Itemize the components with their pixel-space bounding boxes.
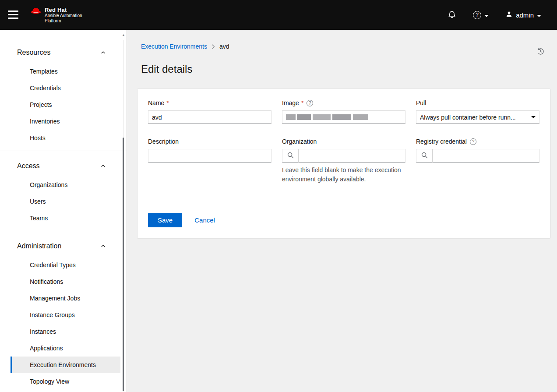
brand-product-line2: Platform <box>45 18 82 24</box>
save-button[interactable]: Save <box>148 213 182 227</box>
sidebar-group-label: Access <box>17 162 40 170</box>
description-input[interactable] <box>148 149 271 162</box>
chevron-up-icon <box>101 49 106 57</box>
history-icon <box>536 50 545 57</box>
caret-down-icon <box>531 116 536 118</box>
main-content: Execution Environments avd <box>127 30 557 392</box>
help-icon: ? <box>473 11 481 19</box>
sidebar-item-inventories[interactable]: Inventories <box>11 113 120 130</box>
user-menu-button[interactable]: admin <box>505 11 541 19</box>
username: admin <box>516 11 534 19</box>
redhat-fedora-icon <box>30 7 42 17</box>
registry-credential-search-button[interactable] <box>416 149 433 162</box>
sidebar-nav: Resources Templates Credentials Projects… <box>0 42 127 392</box>
brand-product-line1: Ansible Automation <box>45 13 82 18</box>
breadcrumb-current: avd <box>219 43 229 50</box>
image-label: Image <box>282 99 299 106</box>
sidebar-item-credentials[interactable]: Credentials <box>11 80 120 96</box>
sidebar-item-projects[interactable]: Projects <box>11 96 120 113</box>
sidebar-item-instance-groups[interactable]: Instance Groups <box>11 307 120 323</box>
scrollbar-thumb[interactable] <box>123 138 124 392</box>
help-menu-button[interactable]: ? <box>473 11 489 19</box>
edit-details-form: Name * Image * ? <box>148 99 539 227</box>
sidebar-item-management-jobs[interactable]: Management Jobs <box>11 290 120 307</box>
brand-logo[interactable]: Red Hat Ansible Automation Platform <box>30 7 82 24</box>
redacted-image-value <box>286 114 372 120</box>
sidebar-group-access[interactable]: Access <box>0 155 127 177</box>
pull-select[interactable]: Always pull container before runn... <box>416 110 539 124</box>
breadcrumb-separator-icon <box>212 44 215 49</box>
sidebar-item-credential-types[interactable]: Credential Types <box>11 257 120 273</box>
sidebar-section-administration: Administration Credential Types Notifica… <box>0 231 127 392</box>
sidebar-section-resources: Resources Templates Credentials Projects… <box>0 42 127 151</box>
chevron-up-icon <box>101 162 106 170</box>
required-asterisk: * <box>166 99 169 106</box>
user-icon <box>505 11 513 19</box>
page-header: Execution Environments avd <box>127 30 557 76</box>
field-name: Name * <box>148 99 271 124</box>
page-title: Edit details <box>141 63 546 76</box>
registry-credential-label: Registry credential <box>416 138 467 145</box>
search-icon <box>421 152 428 160</box>
sidebar-item-instances[interactable]: Instances <box>11 323 120 340</box>
image-help-icon[interactable]: ? <box>307 100 313 106</box>
organization-label: Organization <box>282 138 317 145</box>
sidebar: Resources Templates Credentials Projects… <box>0 30 127 392</box>
history-button[interactable] <box>535 46 546 59</box>
organization-search-button[interactable] <box>282 149 299 162</box>
pull-label: Pull <box>416 99 426 106</box>
scroll-up-icon[interactable]: ▲ <box>122 33 125 36</box>
sidebar-item-execution-environments[interactable]: Execution Environments <box>11 357 120 373</box>
sidebar-item-users[interactable]: Users <box>11 193 120 210</box>
field-image: Image * ? <box>282 99 405 124</box>
registry-credential-help-icon[interactable]: ? <box>470 138 476 145</box>
nav-toggle-button[interactable] <box>8 9 18 21</box>
name-input[interactable] <box>148 110 271 124</box>
brand-name: Red Hat <box>45 7 82 13</box>
edit-details-card: Name * Image * ? <box>137 89 550 238</box>
breadcrumb-link-execution-environments[interactable]: Execution Environments <box>141 43 207 50</box>
notifications-button[interactable] <box>448 10 456 20</box>
registry-credential-input[interactable] <box>433 149 539 162</box>
bell-icon <box>448 10 456 20</box>
sidebar-group-label: Resources <box>17 49 50 57</box>
organization-helper-text: Leave this field blank to make the execu… <box>282 166 402 184</box>
field-pull: Pull Always pull container before runn..… <box>416 99 539 124</box>
sidebar-group-label: Administration <box>17 242 61 250</box>
sidebar-item-applications[interactable]: Applications <box>11 340 120 357</box>
description-label: Description <box>148 138 179 145</box>
sidebar-scrollbar[interactable]: ▲ <box>121 33 126 392</box>
sidebar-item-templates[interactable]: Templates <box>11 63 120 80</box>
cancel-button[interactable]: Cancel <box>192 213 218 227</box>
breadcrumb: Execution Environments avd <box>141 43 229 50</box>
sidebar-group-resources[interactable]: Resources <box>0 42 127 63</box>
sidebar-item-notifications[interactable]: Notifications <box>11 273 120 290</box>
sidebar-item-topology-view[interactable]: Topology View <box>11 373 120 390</box>
chevron-up-icon <box>101 242 106 250</box>
masthead: Red Hat Ansible Automation Platform ? <box>0 0 557 30</box>
sidebar-item-organizations[interactable]: Organizations <box>11 177 120 193</box>
field-organization: Organization Leave this field blank to m… <box>282 138 405 184</box>
name-label: Name <box>148 99 164 106</box>
chevron-down-icon <box>537 12 541 18</box>
sidebar-group-administration[interactable]: Administration <box>0 236 127 257</box>
sidebar-item-hosts[interactable]: Hosts <box>11 130 120 146</box>
pull-selected-value: Always pull container before runn... <box>420 114 516 121</box>
required-asterisk: * <box>301 99 303 106</box>
sidebar-section-access: Access Organizations Users Teams <box>0 151 127 231</box>
search-icon <box>287 152 294 160</box>
field-description: Description <box>148 138 271 184</box>
field-registry-credential: Registry credential ? <box>416 138 539 184</box>
chevron-down-icon <box>484 12 489 18</box>
form-actions: Save Cancel <box>148 213 539 227</box>
sidebar-item-teams[interactable]: Teams <box>11 210 120 226</box>
organization-input[interactable] <box>299 149 405 162</box>
image-input[interactable] <box>282 110 405 124</box>
